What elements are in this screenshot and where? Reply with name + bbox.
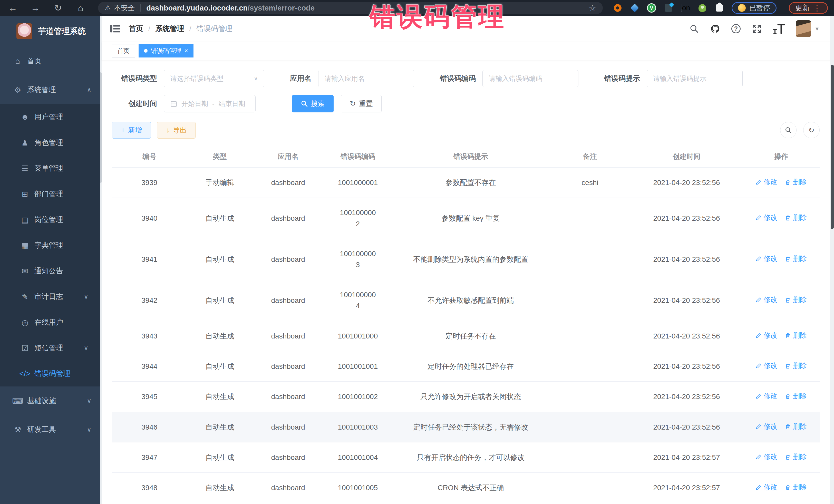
help-icon[interactable]: ?: [731, 24, 741, 34]
delete-link[interactable]: 删除: [785, 421, 807, 432]
delete-link[interactable]: 删除: [785, 452, 807, 462]
browser-update-button[interactable]: 更新 ⋮: [789, 2, 828, 14]
sidebar-item-devtools[interactable]: ⚒ 研发工具 ∨: [0, 415, 102, 444]
toggle-search-button[interactable]: [780, 122, 796, 138]
error-type-select[interactable]: 请选择错误码类型 ∨: [164, 70, 264, 87]
reset-button[interactable]: ↻ 重置: [341, 95, 381, 112]
sidebar-sub-item[interactable]: ◎ 在线用户: [0, 309, 102, 335]
extension-puzzle-icon[interactable]: [715, 3, 724, 13]
sidebar-sub-item[interactable]: ⊞ 部门管理: [0, 181, 102, 207]
hamburger-icon[interactable]: [110, 24, 120, 34]
error-code-input[interactable]: [489, 75, 572, 83]
paused-extension-pill[interactable]: 已暂停: [731, 2, 776, 14]
edit-link[interactable]: 修改: [755, 177, 777, 188]
table-row[interactable]: 3942 自动生成 dashboard 1001000004 不允许获取敏感配置…: [112, 280, 820, 321]
tag-home[interactable]: 首页: [112, 44, 135, 58]
sidebar-item-system[interactable]: ⚙ 系统管理 ∧: [0, 75, 102, 104]
tag-error-code[interactable]: 错误码管理 ×: [138, 44, 194, 58]
cell-app: dashboard: [253, 442, 324, 473]
add-button[interactable]: + 新增: [112, 122, 151, 138]
edit-link[interactable]: 修改: [755, 391, 777, 401]
table-row[interactable]: 3941 自动生成 dashboard 1001000003 不能删除类型为系统…: [112, 239, 820, 280]
app-logo-row[interactable]: 芋道管理系统: [0, 16, 102, 47]
page-scrollbar[interactable]: [830, 16, 834, 504]
error-msg-input[interactable]: [653, 75, 736, 83]
extension-key-icon[interactable]: [698, 3, 707, 13]
edit-link[interactable]: 修改: [755, 452, 777, 462]
extension-onpage-icon[interactable]: on: [681, 3, 690, 13]
browser-home-icon[interactable]: ⌂: [75, 3, 86, 13]
table-row[interactable]: 3940 自动生成 dashboard 1001000002 参数配置 key …: [112, 198, 820, 239]
delete-link[interactable]: 删除: [785, 391, 807, 401]
font-size-icon[interactable]: [773, 24, 785, 34]
menu-item-icon: ☻: [19, 113, 31, 122]
forward-icon[interactable]: →: [30, 3, 41, 13]
sidebar-sub-item[interactable]: ✉ 通知公告: [0, 258, 102, 284]
edit-link[interactable]: 修改: [755, 421, 777, 432]
sidebar-sub-item[interactable]: ▤ 岗位管理: [0, 207, 102, 233]
extension-green-icon[interactable]: V: [647, 3, 656, 13]
edit-link[interactable]: 修改: [755, 482, 777, 493]
delete-link[interactable]: 删除: [785, 177, 807, 188]
plus-icon: +: [121, 127, 125, 134]
url-path: /system/error-code: [248, 4, 314, 12]
table-row[interactable]: 3946 自动生成 dashboard 1001001003 定时任务已经处于该…: [112, 412, 820, 442]
breadcrumb-home[interactable]: 首页: [129, 24, 143, 34]
sidebar-sub-item[interactable]: ♟ 角色管理: [0, 130, 102, 155]
date-range-picker[interactable]: 开始日期 - 结束日期: [164, 95, 256, 112]
sidebar-sub-item[interactable]: </> 错误码管理: [0, 361, 102, 387]
sidebar-scrollbar[interactable]: [100, 16, 102, 504]
cell-code: 1001001000: [324, 321, 392, 351]
table-row[interactable]: 3945 自动生成 dashboard 1001001002 只允许修改为开启或…: [112, 381, 820, 412]
extension-grid-icon[interactable]: [664, 3, 673, 13]
sidebar-sub-item[interactable]: ☑ 短信管理 ∨: [0, 335, 102, 361]
sidebar-sub-item[interactable]: ▦ 字典管理: [0, 233, 102, 258]
error-msg-field[interactable]: [647, 70, 743, 87]
sidebar-item-infra[interactable]: ⌨ 基础设施 ∨: [0, 387, 102, 415]
cell-memo: [549, 412, 631, 442]
github-icon[interactable]: [710, 24, 720, 34]
back-icon[interactable]: ←: [8, 3, 18, 13]
table-row[interactable]: 3939 手动编辑 dashboard 1001000001 参数配置不存在 c…: [112, 168, 820, 198]
app-name-field[interactable]: [318, 70, 414, 87]
edit-link[interactable]: 修改: [755, 213, 777, 223]
bookmark-star-icon[interactable]: ☆: [589, 3, 596, 13]
sidebar-sub-item[interactable]: ✎ 审计日志 ∨: [0, 284, 102, 309]
delete-link[interactable]: 删除: [785, 294, 807, 305]
cell-app: dashboard: [253, 280, 324, 321]
edit-link[interactable]: 修改: [755, 330, 777, 341]
edit-link[interactable]: 修改: [755, 294, 777, 305]
search-button[interactable]: 搜索: [292, 95, 334, 112]
edit-link[interactable]: 修改: [755, 360, 777, 371]
extension-gem-icon[interactable]: [630, 3, 639, 13]
scrollbar-thumb[interactable]: [831, 65, 834, 229]
delete-link[interactable]: 删除: [785, 330, 807, 341]
address-bar[interactable]: ⚠ 不安全 dashboard.yudao.iocoder.cn/system/…: [98, 2, 603, 14]
error-code-field[interactable]: [482, 70, 578, 87]
app-name-input[interactable]: [325, 75, 408, 83]
sidebar-sub-item[interactable]: ☰ 菜单管理: [0, 155, 102, 181]
delete-link[interactable]: 删除: [785, 213, 807, 223]
reload-icon[interactable]: ↻: [53, 3, 63, 13]
close-icon[interactable]: ×: [184, 47, 188, 54]
export-button[interactable]: ↓ 导出: [157, 122, 196, 138]
table-row[interactable]: 3947 自动生成 dashboard 1001001004 只有开启状态的任务…: [112, 442, 820, 473]
breadcrumb-system[interactable]: 系统管理: [155, 24, 184, 34]
avatar-caret-icon[interactable]: ▾: [815, 25, 819, 32]
search-icon[interactable]: [689, 24, 699, 34]
edit-link[interactable]: 修改: [755, 254, 777, 264]
delete-link[interactable]: 删除: [785, 482, 807, 493]
cell-time: 2021-04-20 23:52:56: [631, 381, 743, 412]
delete-link[interactable]: 删除: [785, 254, 807, 264]
fullscreen-icon[interactable]: [752, 24, 762, 34]
table-row[interactable]: 3943 自动生成 dashboard 1001001000 定时任务不存在 2…: [112, 321, 820, 351]
sidebar-sub-item[interactable]: ☻ 用户管理: [0, 104, 102, 130]
cell-code: 1001000002: [324, 198, 392, 239]
table-row[interactable]: 3944 自动生成 dashboard 1001001001 定时任务的处理器已…: [112, 351, 820, 381]
delete-link[interactable]: 删除: [785, 360, 807, 371]
refresh-table-button[interactable]: ↻: [803, 122, 820, 138]
avatar[interactable]: [796, 20, 811, 37]
extension-gear-icon[interactable]: [613, 3, 622, 13]
table-row[interactable]: 3948 自动生成 dashboard 1001001005 CRON 表达式不…: [112, 473, 820, 503]
sidebar-item-home[interactable]: ⌂ 首页: [0, 47, 102, 75]
